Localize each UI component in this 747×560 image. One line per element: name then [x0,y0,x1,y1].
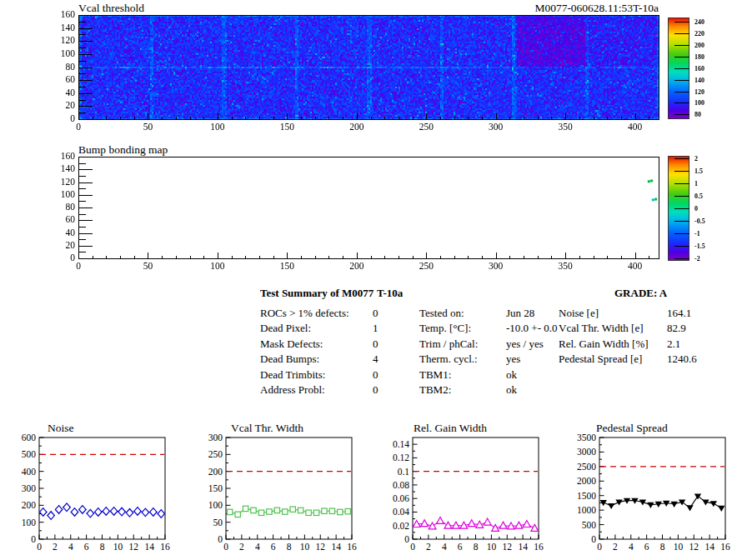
x-minor-tick [120,256,121,259]
y-tick-label: 80 [48,202,75,212]
y-tick [79,233,93,234]
colorbar-tick-label: 140 [694,77,704,84]
module-id-title: M0077-060628.11:53T-10a [409,2,659,15]
y-tick [79,182,93,183]
y-tick-label: 120 [48,177,75,188]
summary-value: 164.1 [667,307,691,320]
x-minor-tick [259,117,260,120]
y-tick [79,220,93,221]
x-tick-label: 250 [413,261,439,272]
svg-text:12: 12 [129,542,139,552]
colorbar-tick-label: 240 [694,18,704,26]
summary-value: 0 [373,307,379,320]
y-tick [79,169,93,170]
y-tick [79,41,93,42]
x-minor-tick [371,256,372,259]
y-minor-tick [79,239,86,240]
x-tick-label: 200 [343,122,370,132]
svg-text:0.14: 0.14 [393,439,409,449]
summary-value: ok [506,368,517,382]
x-minor-tick [328,256,329,259]
x-minor-tick [384,256,385,259]
colorbar-tick [674,114,689,115]
x-tick [496,113,497,119]
colorbar-tick [674,171,689,172]
colorbar-tick-label: 0.5 [694,192,703,200]
summary-module-type: T-10a [377,287,403,300]
x-tick [635,113,636,119]
colorbar-tick-label: 200 [694,42,704,49]
svg-text:0: 0 [31,534,36,544]
svg-text:0.06: 0.06 [393,493,409,503]
y-tick [79,68,93,68]
x-minor-tick [176,256,177,259]
summary-label: Mask Defects: [260,338,323,351]
x-minor-tick [232,117,233,120]
x-tick-label: 350 [552,261,579,272]
summary-label: Rel. Gain Width [%] [559,338,649,351]
colorbar-tick-label: 1 [694,180,698,188]
x-minor-tick [328,117,329,120]
x-tick-label: 150 [273,261,300,272]
module-test-report-page: Vcal threshold M0077-060628.11:53T-10a 0… [0,0,747,560]
colorbar-tick [674,102,689,103]
summary-value: 1 [373,322,379,335]
x-tick-label: 400 [622,261,649,272]
y-minor-tick [79,48,86,48]
y-tick [79,195,93,196]
svg-text:0: 0 [218,534,223,544]
x-tick [287,252,288,258]
svg-text:10: 10 [300,542,310,552]
x-minor-tick [607,256,608,259]
y-tick-label: 100 [48,48,75,59]
x-minor-tick [190,117,191,120]
svg-text:8: 8 [287,542,292,552]
x-minor-tick [315,117,316,120]
summary-label: Tested on: [419,307,464,320]
x-tick [78,252,79,258]
x-tick-label: 50 [134,122,161,132]
svg-text:3000: 3000 [577,447,596,457]
x-minor-tick [649,117,649,120]
x-minor-tick [524,117,524,120]
x-minor-tick [399,256,399,259]
y-tick [79,157,93,158]
x-minor-tick [454,117,455,120]
x-minor-tick [134,256,135,259]
summary-label: Noise [e] [559,307,599,320]
svg-text:600: 600 [22,432,37,442]
x-tick [287,113,288,119]
x-tick-label: 50 [134,261,161,272]
x-minor-tick [259,256,260,259]
svg-text:0.08: 0.08 [393,480,409,490]
colorbar-tick [674,246,689,247]
svg-text:250: 250 [208,449,223,459]
y-tick-label: 0 [48,113,75,124]
x-tick [635,252,636,258]
svg-text:0.04: 0.04 [393,507,409,517]
svg-text:1000: 1000 [577,505,596,515]
svg-text:4: 4 [629,542,634,552]
summary-value: ok [506,383,517,397]
bump-map-frame [78,157,659,259]
colorbar-tick [674,158,689,159]
svg-text:6: 6 [84,542,89,552]
x-minor-tick [245,256,246,259]
x-minor-tick [468,117,469,120]
colorbar-tick [674,45,689,46]
colorbar-tick [674,33,689,34]
colorbar-tick [674,80,689,81]
svg-text:200: 200 [22,500,37,510]
svg-text:4: 4 [442,542,447,552]
x-minor-tick [106,117,107,120]
x-tick [357,252,358,258]
svg-text:6: 6 [644,542,649,552]
x-minor-tick [384,117,385,120]
summary-label: TBM2: [419,383,451,397]
x-minor-tick [579,117,580,120]
x-minor-tick [482,117,483,120]
colorbar-tick-label: -1 [694,230,700,238]
y-minor-tick [79,87,86,88]
summary-value: 82.9 [667,322,686,335]
x-minor-tick [594,256,594,259]
